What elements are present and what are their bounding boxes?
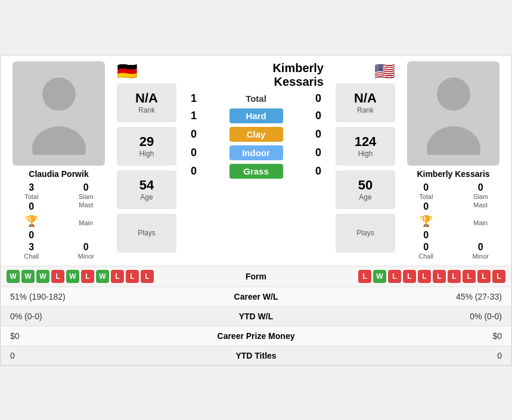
- player2-stats: 0 Total 0 Slam 0 🏆 0 Mast Main: [401, 182, 505, 260]
- player2-trophy-icon: 🏆: [420, 214, 433, 228]
- player1-info-col: 🇩🇪 N/A Rank 29 High 54 Age Plays: [117, 61, 176, 260]
- score-hard-p1: 1: [185, 110, 203, 122]
- form-badge-w: W: [7, 270, 20, 283]
- player-headers: Kimberly Kessaris: [182, 61, 330, 89]
- career-wl-label: Career W/L: [203, 292, 310, 301]
- score-rows: 1 Total 0 1 Hard 0 0 Clay 0 0 Indoor: [182, 92, 330, 260]
- player2-mast-label-cell: Mast Main: [456, 201, 506, 241]
- player2-total-label: Total: [419, 193, 433, 200]
- form-badge-l: L: [448, 270, 461, 283]
- player2-career-wl: 45% (27-33): [310, 292, 502, 301]
- player2-slam-value: 0: [478, 182, 483, 193]
- player2-slam-label: Slam: [473, 193, 488, 200]
- player2-minor-label: Minor: [472, 253, 489, 260]
- player2-card: Kimberly Kessaris 0 Total 0 Slam 0 🏆 0 M…: [401, 61, 505, 260]
- player1-chall-value: 3: [29, 242, 34, 253]
- player2-name: Kimberly Kessaris: [417, 169, 489, 179]
- titles-label: YTD Titles: [203, 351, 310, 360]
- score-total-p2: 0: [309, 92, 327, 105]
- svg-point-1: [32, 126, 86, 155]
- player1-main-value: 0: [29, 230, 34, 241]
- player2-mast-label: Mast: [473, 201, 488, 209]
- player1-titles: 0: [10, 351, 203, 360]
- score-hard-p2: 0: [309, 110, 327, 122]
- player1-age-box: 54 Age: [117, 170, 176, 209]
- match-center: Kimberly Kessaris 1 Total 0 1 Hard 0 0 C…: [182, 61, 330, 260]
- player2-flag: 🇺🇸: [374, 61, 395, 81]
- player2-minor-cell: 0 Minor: [456, 242, 506, 260]
- score-total-p1: 1: [185, 92, 203, 105]
- form-badge-l: L: [418, 270, 431, 283]
- top-section: Claudia Porwik 3 Total 0 Slam 0 🏆 0 Mast: [1, 55, 511, 266]
- player1-prize: $0: [10, 331, 203, 341]
- player1-age-label: Age: [140, 193, 153, 201]
- player2-mast-value: 0: [423, 201, 429, 212]
- player2-chall-label: Chall: [418, 253, 433, 260]
- player1-form-badges: WWWLWLWLLL: [7, 270, 232, 283]
- player2-info-col: 🇺🇸 N/A Rank 124 High 50 Age Plays: [336, 61, 395, 260]
- player1-high-label: High: [139, 150, 154, 158]
- indoor-badge: Indoor: [229, 145, 283, 160]
- form-badge-l: L: [463, 270, 476, 283]
- form-row: WWWLWLWLLL Form LWLLLLLLLL: [1, 266, 511, 287]
- player2-form-badges: LWLLLLLLLL: [280, 270, 506, 283]
- svg-point-0: [42, 77, 76, 111]
- player1-slam-cell: 0 Slam: [61, 182, 111, 200]
- total-label: Total: [229, 94, 283, 104]
- form-badge-l: L: [477, 270, 491, 283]
- player2-avatar: [407, 61, 499, 166]
- player1-ytd-wl: 0% (0-0): [10, 312, 203, 321]
- player1-trophy-icon: 🏆: [25, 214, 38, 228]
- main-container: Claudia Porwik 3 Total 0 Slam 0 🏆 0 Mast: [0, 55, 512, 366]
- player2-chall-cell: 0 Chall: [401, 242, 451, 260]
- form-badge-w: W: [373, 270, 386, 283]
- player2-ytd-wl: 0% (0-0): [310, 312, 502, 321]
- form-label: Form: [232, 272, 280, 281]
- player2-header-name: Kimberly Kessaris: [256, 61, 324, 89]
- player2-high-label: High: [358, 150, 373, 158]
- player1-name: Claudia Porwik: [29, 169, 88, 179]
- player1-chall-label: Chall: [24, 253, 39, 260]
- form-badge-l: L: [126, 270, 139, 283]
- score-grass-p1: 0: [185, 165, 203, 178]
- player1-rank-label: Rank: [138, 106, 155, 114]
- stats-table: 51% (190-182) Career W/L 45% (27-33) 0% …: [1, 287, 511, 365]
- player1-minor-value: 0: [83, 242, 89, 253]
- player2-main-value: 0: [423, 230, 429, 241]
- player2-plays-box: Plays: [336, 214, 395, 253]
- player1-age-value: 54: [139, 178, 154, 193]
- score-row-total: 1 Total 0: [182, 92, 330, 105]
- form-badge-l: L: [433, 270, 446, 283]
- score-grass-p2: 0: [309, 165, 327, 178]
- form-badge-l: L: [388, 270, 401, 283]
- player2-prize: $0: [310, 331, 502, 341]
- clay-badge: Clay: [229, 127, 283, 142]
- player2-chall-value: 0: [423, 242, 429, 253]
- score-row-grass: 0 Grass 0: [182, 164, 330, 179]
- player1-avatar: [13, 61, 105, 166]
- ytd-wl-label: YTD W/L: [203, 312, 310, 321]
- form-badge-l: L: [358, 270, 371, 283]
- player1-plays-box: Plays: [117, 214, 176, 253]
- score-clay-p1: 0: [185, 128, 203, 141]
- form-badge-w: W: [21, 270, 35, 283]
- score-row-clay: 0 Clay 0: [182, 127, 330, 142]
- player2-titles: 0: [310, 351, 502, 360]
- player2-high-value: 124: [355, 134, 377, 150]
- score-indoor-p2: 0: [309, 147, 327, 159]
- player1-mast-cell: 0 🏆 0: [7, 201, 57, 241]
- player1-stats: 3 Total 0 Slam 0 🏆 0 Mast Main: [7, 182, 111, 260]
- grass-badge: Grass: [229, 164, 283, 179]
- player1-minor-cell: 0 Minor: [61, 242, 111, 260]
- player2-high-box: 124 High: [336, 127, 395, 166]
- player1-card: Claudia Porwik 3 Total 0 Slam 0 🏆 0 Mast: [7, 61, 111, 260]
- player2-age-label: Age: [359, 193, 371, 201]
- player2-main-label: Main: [473, 219, 488, 226]
- player1-flag: 🇩🇪: [117, 61, 176, 81]
- player2-rank-label: Rank: [357, 106, 374, 114]
- svg-point-2: [437, 77, 470, 111]
- player2-total-value: 0: [423, 182, 429, 193]
- player1-slam-value: 0: [83, 182, 89, 193]
- form-badge-l: L: [81, 270, 94, 283]
- player2-age-value: 50: [358, 178, 373, 193]
